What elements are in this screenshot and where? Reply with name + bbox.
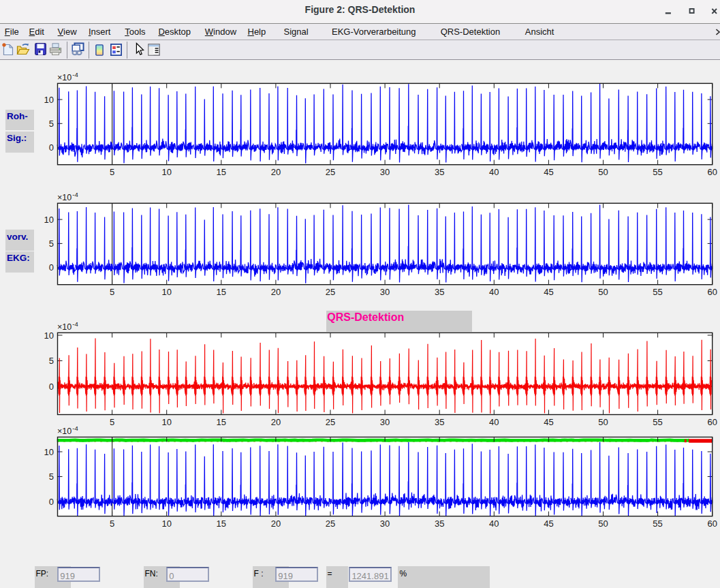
svg-text:35: 35 [435,519,444,529]
svg-text:60: 60 [707,519,717,529]
svg-text:20: 20 [271,167,281,177]
svg-text:10: 10 [44,215,54,225]
svg-text:5: 5 [49,238,54,249]
svg-text:25: 25 [326,167,335,177]
svg-text:30: 30 [380,287,390,297]
svg-text:35: 35 [435,287,444,297]
svg-text:50: 50 [598,167,608,177]
svg-text:5: 5 [49,356,54,366]
svg-text:10: 10 [44,95,54,105]
svg-text:×10: ×10 [57,322,72,332]
svg-text:55: 55 [653,417,662,427]
svg-text:30: 30 [380,519,390,529]
svg-text:-4: -4 [72,320,78,328]
svg-text:50: 50 [598,417,608,427]
svg-text:10: 10 [44,447,54,457]
svg-text:-4: -4 [72,71,78,78]
svg-text:25: 25 [326,519,335,529]
svg-text:35: 35 [435,417,444,427]
svg-text:50: 50 [598,287,608,297]
svg-text:10: 10 [44,330,54,341]
svg-text:10: 10 [161,417,171,427]
svg-text:55: 55 [653,167,662,177]
svg-text:10: 10 [161,519,171,529]
svg-text:5: 5 [49,119,54,129]
svg-text:40: 40 [489,167,499,177]
svg-text:10: 10 [161,167,171,177]
svg-text:30: 30 [380,167,390,177]
svg-text:55: 55 [653,287,662,297]
svg-text:0: 0 [49,382,54,392]
svg-text:-4: -4 [72,424,78,432]
svg-text:×10: ×10 [57,427,72,436]
svg-text:30: 30 [380,417,390,427]
svg-text:5: 5 [110,417,114,427]
svg-text:20: 20 [271,287,281,297]
svg-text:45: 45 [544,519,553,529]
svg-text:35: 35 [435,167,444,177]
svg-text:5: 5 [110,519,114,529]
svg-text:5: 5 [110,167,114,177]
svg-text:-4: -4 [72,191,78,198]
svg-text:55: 55 [653,519,662,529]
svg-text:25: 25 [326,417,335,427]
svg-text:40: 40 [489,417,499,427]
svg-text:40: 40 [489,519,499,529]
svg-text:15: 15 [217,519,226,529]
svg-text:5: 5 [49,471,54,482]
svg-text:60: 60 [707,287,717,297]
svg-text:20: 20 [271,519,281,529]
svg-text:40: 40 [489,287,499,297]
svg-text:10: 10 [161,287,171,297]
svg-text:60: 60 [707,167,717,177]
svg-text:60: 60 [707,417,717,427]
svg-text:45: 45 [544,417,553,427]
svg-text:50: 50 [598,519,608,529]
svg-text:45: 45 [544,167,553,177]
svg-text:15: 15 [217,287,226,297]
svg-text:×10: ×10 [57,193,72,202]
svg-text:25: 25 [326,287,335,297]
svg-text:45: 45 [544,287,553,297]
svg-text:20: 20 [271,417,281,427]
svg-text:15: 15 [217,417,226,427]
svg-text:0: 0 [49,497,54,507]
svg-text:0: 0 [49,262,54,273]
svg-text:15: 15 [217,167,226,177]
svg-text:0: 0 [49,142,54,153]
svg-text:5: 5 [110,287,114,297]
svg-text:×10: ×10 [57,73,72,82]
